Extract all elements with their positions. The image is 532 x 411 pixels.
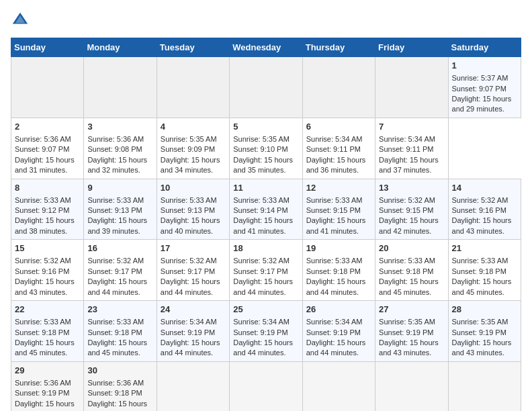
sunset-text: Sunset: 9:15 PM <box>379 206 433 214</box>
sunset-text: Sunset: 9:11 PM <box>379 145 433 153</box>
day-number: 18 <box>233 242 298 255</box>
sunset-text: Sunset: 9:13 PM <box>161 206 215 214</box>
sunrise-text: Sunrise: 5:32 AM <box>379 196 435 204</box>
day-number: 23 <box>87 304 152 316</box>
calendar-cell: 14Sunrise: 5:32 AMSunset: 9:16 PMDayligh… <box>448 179 521 240</box>
daylight-text: Daylight: 15 hours and 36 minutes. <box>306 156 366 174</box>
week-row-0: 1Sunrise: 5:37 AMSunset: 9:07 PMDaylight… <box>11 57 521 118</box>
sunrise-text: Sunrise: 5:32 AM <box>15 257 71 265</box>
calendar-header <box>11 11 521 30</box>
sunset-text: Sunset: 9:19 PM <box>233 328 287 336</box>
daylight-text: Daylight: 15 hours and 41 minutes. <box>306 216 366 234</box>
sunset-text: Sunset: 9:16 PM <box>452 206 506 214</box>
daylight-text: Daylight: 15 hours and 37 minutes. <box>379 156 439 174</box>
day-number: 10 <box>161 182 226 194</box>
sunset-text: Sunset: 9:17 PM <box>233 267 287 275</box>
sunrise-text: Sunrise: 5:37 AM <box>452 74 508 82</box>
day-number: 19 <box>306 242 371 255</box>
sunrise-text: Sunrise: 5:32 AM <box>161 257 217 265</box>
calendar-cell: 23Sunrise: 5:33 AMSunset: 9:18 PMDayligh… <box>84 301 157 362</box>
daylight-text: Daylight: 15 hours and 44 minutes. <box>306 277 366 295</box>
daylight-text: Daylight: 15 hours and 45 minutes. <box>87 338 147 357</box>
calendar-cell: 20Sunrise: 5:33 AMSunset: 9:18 PMDayligh… <box>375 240 448 301</box>
day-number: 25 <box>233 304 298 316</box>
weekday-header-row: SundayMondayTuesdayWednesdayThursdayFrid… <box>11 38 521 57</box>
sunrise-text: Sunrise: 5:35 AM <box>161 135 217 143</box>
calendar-cell: 2Sunrise: 5:36 AMSunset: 9:07 PMDaylight… <box>11 118 84 179</box>
day-number: 3 <box>87 121 152 133</box>
daylight-text: Daylight: 15 hours and 42 minutes. <box>379 216 439 234</box>
weekday-header-monday: Monday <box>84 38 157 57</box>
weekday-header-saturday: Saturday <box>448 38 521 57</box>
sunrise-text: Sunrise: 5:36 AM <box>15 379 71 387</box>
calendar-cell: 7Sunrise: 5:34 AMSunset: 9:11 PMDaylight… <box>375 118 448 179</box>
daylight-text: Daylight: 15 hours and 44 minutes. <box>161 338 220 357</box>
calendar-cell: 22Sunrise: 5:33 AMSunset: 9:18 PMDayligh… <box>11 301 84 362</box>
daylight-text: Daylight: 15 hours and 42 minutes. <box>87 400 147 411</box>
calendar-cell: 12Sunrise: 5:33 AMSunset: 9:15 PMDayligh… <box>302 179 375 240</box>
daylight-text: Daylight: 15 hours and 29 minutes. <box>452 95 512 113</box>
daylight-text: Daylight: 15 hours and 43 minutes. <box>15 277 75 295</box>
day-number: 8 <box>15 182 80 194</box>
weekday-header-friday: Friday <box>375 38 448 57</box>
calendar-cell: 5Sunrise: 5:35 AMSunset: 9:10 PMDaylight… <box>230 118 302 179</box>
sunset-text: Sunset: 9:09 PM <box>161 145 215 153</box>
sunrise-text: Sunrise: 5:32 AM <box>233 257 290 265</box>
sunrise-text: Sunrise: 5:33 AM <box>15 196 71 204</box>
daylight-text: Daylight: 15 hours and 44 minutes. <box>87 277 147 295</box>
sunrise-text: Sunrise: 5:33 AM <box>306 257 363 265</box>
sunrise-text: Sunrise: 5:33 AM <box>379 257 435 265</box>
daylight-text: Daylight: 15 hours and 35 minutes. <box>233 156 293 174</box>
logo-icon <box>11 11 30 30</box>
calendar-cell: 25Sunrise: 5:34 AMSunset: 9:19 PMDayligh… <box>230 301 302 362</box>
week-row-4: 22Sunrise: 5:33 AMSunset: 9:18 PMDayligh… <box>11 301 521 362</box>
week-row-3: 15Sunrise: 5:32 AMSunset: 9:16 PMDayligh… <box>11 240 521 301</box>
calendar-cell: 30Sunrise: 5:36 AMSunset: 9:18 PMDayligh… <box>84 361 157 411</box>
day-number: 29 <box>15 365 80 377</box>
sunset-text: Sunset: 9:19 PM <box>452 328 506 336</box>
sunrise-text: Sunrise: 5:34 AM <box>161 318 217 326</box>
calendar-cell: 3Sunrise: 5:36 AMSunset: 9:08 PMDaylight… <box>84 118 157 179</box>
day-number: 14 <box>452 182 517 194</box>
sunset-text: Sunset: 9:18 PM <box>306 267 361 275</box>
sunrise-text: Sunrise: 5:34 AM <box>379 135 435 143</box>
sunset-text: Sunset: 9:13 PM <box>87 206 142 214</box>
sunset-text: Sunset: 9:19 PM <box>15 389 69 397</box>
day-number: 2 <box>15 121 80 133</box>
day-number: 1 <box>452 60 517 72</box>
calendar-cell: 28Sunrise: 5:35 AMSunset: 9:19 PMDayligh… <box>448 301 521 362</box>
calendar-cell: 1Sunrise: 5:37 AMSunset: 9:07 PMDaylight… <box>448 57 521 118</box>
week-row-2: 8Sunrise: 5:33 AMSunset: 9:12 PMDaylight… <box>11 179 521 240</box>
calendar-cell: 9Sunrise: 5:33 AMSunset: 9:13 PMDaylight… <box>84 179 157 240</box>
week-row-1: 2Sunrise: 5:36 AMSunset: 9:07 PMDaylight… <box>11 118 521 179</box>
calendar-cell <box>230 361 302 411</box>
daylight-text: Daylight: 15 hours and 45 minutes. <box>15 338 75 357</box>
calendar-cell <box>157 361 229 411</box>
daylight-text: Daylight: 15 hours and 32 minutes. <box>87 156 147 174</box>
sunset-text: Sunset: 9:19 PM <box>379 328 433 336</box>
calendar-cell: 11Sunrise: 5:33 AMSunset: 9:14 PMDayligh… <box>230 179 302 240</box>
daylight-text: Daylight: 15 hours and 38 minutes. <box>15 216 75 234</box>
sunrise-text: Sunrise: 5:36 AM <box>87 379 144 387</box>
day-number: 24 <box>161 304 226 316</box>
day-number: 6 <box>306 121 371 133</box>
daylight-text: Daylight: 15 hours and 43 minutes. <box>452 216 512 234</box>
calendar-cell <box>375 361 448 411</box>
sunrise-text: Sunrise: 5:35 AM <box>233 135 290 143</box>
day-number: 28 <box>452 304 517 316</box>
calendar-cell: 6Sunrise: 5:34 AMSunset: 9:11 PMDaylight… <box>302 118 375 179</box>
sunset-text: Sunset: 9:18 PM <box>452 267 506 275</box>
calendar-cell: 19Sunrise: 5:33 AMSunset: 9:18 PMDayligh… <box>302 240 375 301</box>
daylight-text: Daylight: 15 hours and 34 minutes. <box>161 156 220 174</box>
daylight-text: Daylight: 15 hours and 40 minutes. <box>161 216 220 234</box>
calendar-cell: 8Sunrise: 5:33 AMSunset: 9:12 PMDaylight… <box>11 179 84 240</box>
day-number: 27 <box>379 304 444 316</box>
daylight-text: Daylight: 15 hours and 44 minutes. <box>233 338 293 357</box>
sunrise-text: Sunrise: 5:32 AM <box>452 196 508 204</box>
calendar-cell: 29Sunrise: 5:36 AMSunset: 9:19 PMDayligh… <box>11 361 84 411</box>
day-number: 26 <box>306 304 371 316</box>
daylight-text: Daylight: 15 hours and 45 minutes. <box>379 277 439 295</box>
sunrise-text: Sunrise: 5:33 AM <box>87 196 144 204</box>
logo <box>11 11 32 30</box>
calendar-table: SundayMondayTuesdayWednesdayThursdayFrid… <box>11 38 521 411</box>
